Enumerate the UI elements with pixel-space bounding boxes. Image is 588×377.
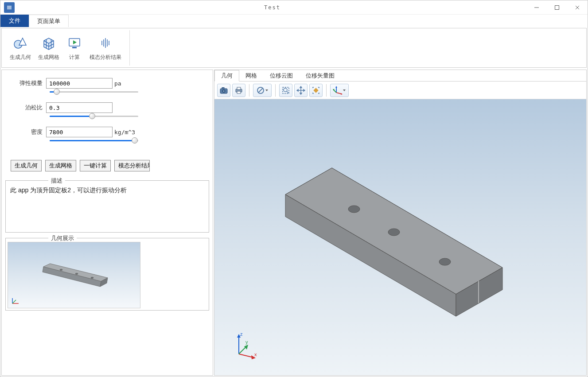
pan-button[interactable] [294,84,308,97]
print-icon [234,86,243,95]
tab-mesh[interactable]: 网格 [239,70,264,81]
elastic-modulus-slider[interactable] [50,91,138,93]
svg-rect-26 [222,87,224,89]
svg-line-47 [334,90,336,93]
orientation-axes-button[interactable] [330,84,349,97]
ribbon-label: 模态分析结果 [90,54,121,61]
no-entry-icon [256,86,265,95]
svg-line-63 [239,354,253,358]
minimize-button[interactable] [526,0,547,15]
fieldset-legend: 描述 [48,177,65,185]
param-unit: pa [113,80,121,87]
param-label: 弹性模量 [5,79,46,87]
svg-rect-7 [72,47,77,48]
zoom-box-icon [281,86,290,95]
svg-rect-2 [555,5,559,9]
description-text: 此 app 为顶升固定板2，可以进行振动分析 [10,185,204,228]
viewer-toolbar [214,82,586,99]
svg-rect-28 [237,87,241,89]
zoom-fit-icon [312,86,320,95]
ribbon-modal-results[interactable]: 模态分析结果 [86,33,125,63]
close-button[interactable] [567,0,588,15]
toolbar-separator [326,84,327,97]
axis-triad: z x y [228,330,259,362]
app-window: Test 文件 页面菜单 [0,0,588,377]
snapshot-button[interactable] [217,84,230,97]
svg-marker-44 [335,86,337,88]
main-view: 几何 网格 位移云图 位移矢量图 [214,70,587,376]
param-label: 泊松比 [5,104,46,112]
poisson-ratio-slider[interactable] [50,116,138,117]
axis-z-label: z [240,331,243,337]
toolbar-separator [249,84,249,97]
mini-axis-icon [10,295,20,306]
app-icon [4,2,15,13]
density-input[interactable] [46,127,113,137]
param-label: 密度 [5,128,46,136]
svg-point-18 [75,273,78,274]
print-button[interactable] [232,84,245,97]
axes-icon [333,86,343,95]
action-buttons: 生成几何 生成网格 一键计算 模态分析结果 [11,160,209,171]
svg-point-17 [60,269,62,270]
tab-file[interactable]: 文件 [0,15,29,27]
poisson-ratio-input[interactable] [46,102,113,113]
svg-marker-41 [304,89,305,91]
ribbon: 生成几何 生成网格 [1,28,587,68]
svg-point-57 [348,206,360,213]
svg-point-19 [91,277,93,278]
elastic-modulus-input[interactable] [46,78,113,89]
ribbon-generate-geometry[interactable]: 生成几何 [6,33,35,63]
generate-mesh-button[interactable]: 生成网格 [45,160,76,171]
zoom-box-button[interactable] [279,84,292,97]
chevron-down-icon [343,86,346,95]
clear-selection-button[interactable] [253,84,272,97]
svg-line-22 [12,300,16,303]
param-poisson-ratio: 泊松比 [5,102,209,113]
3d-viewport[interactable]: z x y [214,99,586,375]
zoom-extents-button[interactable] [309,84,323,97]
pan-icon [296,86,305,95]
svg-point-34 [284,88,287,92]
generate-geometry-button[interactable]: 生成几何 [11,160,42,171]
shapes-icon [12,35,28,51]
maximize-button[interactable] [547,0,567,15]
param-elastic-modulus: 弹性模量 pa [5,78,209,89]
density-slider[interactable] [50,140,138,141]
tab-pagemenu[interactable]: 页面菜单 [29,15,69,27]
ribbon-compute[interactable]: 计算 [63,33,86,63]
svg-line-35 [287,91,288,93]
svg-marker-32 [265,89,268,91]
svg-point-58 [388,229,400,236]
ribbon-label: 计算 [69,54,80,61]
description-fieldset: 描述 此 app 为顶升固定板2，可以进行振动分析 [5,180,209,233]
svg-rect-42 [313,88,318,93]
cube-mesh-icon [41,35,57,51]
one-click-compute-button[interactable]: 一键计算 [80,160,111,171]
window-title: Test [18,4,526,11]
toolbar-separator [275,84,276,97]
window-controls [526,0,588,15]
content-area: 弹性模量 pa 泊松比 密度 kg/m^3 [0,69,588,377]
geometry-preview-fieldset: 几何展示 [5,238,209,311]
svg-rect-29 [237,91,241,93]
svg-marker-38 [300,86,302,88]
ribbon-generate-mesh[interactable]: 生成网格 [35,33,63,63]
modal-analysis-results-button[interactable]: 模态分析结果 [114,160,150,171]
ribbon-label: 生成网格 [38,54,59,61]
view-tabs: 几何 网格 位移云图 位移矢量图 [214,70,586,82]
tab-geometry[interactable]: 几何 [214,70,239,82]
param-unit: kg/m^3 [113,129,135,136]
camera-icon [219,86,228,95]
play-monitor-icon [66,35,82,51]
svg-marker-40 [297,89,298,91]
tab-displacement-cloud[interactable]: 位移云图 [264,70,300,81]
tab-displacement-vector[interactable]: 位移矢量图 [300,70,341,81]
svg-point-25 [223,90,225,92]
chevron-down-icon [265,86,269,95]
svg-marker-66 [244,345,248,350]
svg-line-31 [258,88,263,93]
geometry-preview-viewport[interactable] [8,242,140,308]
axis-y-label: y [245,339,248,345]
titlebar: Test [0,0,588,15]
